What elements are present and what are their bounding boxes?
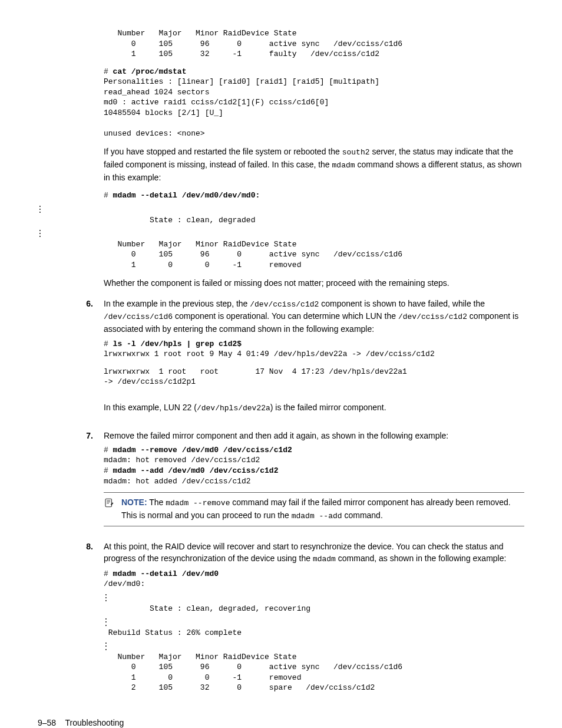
code-state-degraded: State : clean, degraded: [104, 215, 524, 226]
step-8-text: At this point, the RAID device will reco…: [104, 541, 524, 565]
note-icon: [104, 498, 114, 508]
vdots: . . .: [104, 616, 524, 625]
step-number-6: 6.: [38, 298, 104, 421]
step-7-text: Remove the failed mirror component and t…: [104, 430, 524, 442]
step-number-8: 8.: [38, 541, 104, 693]
code-mdadm-detail-1: # mdadm --detail /dev/md0/dev/md0:: [104, 190, 524, 201]
code-raid-table-2: Number Major Minor RaidDevice State 0 10…: [104, 239, 524, 271]
page-number: 9–58: [38, 718, 56, 727]
code-mdadm-add: # mdadm --add /dev/md0 /dev/cciss/c1d2: [104, 466, 524, 476]
code-cat-mdstat: # cat /proc/mdstat: [104, 67, 524, 77]
code-ls-out2: lrwxrwxrwx 1 root root 17 Nov 4 17:23 /d…: [104, 367, 524, 387]
vdots: . . .: [104, 640, 524, 650]
code-mdadm-remove: # mdadm --remove /dev/md0 /dev/cciss/c1d…: [104, 445, 524, 456]
vdots: . . .: [38, 203, 524, 213]
note-text: NOTE: The mdadm --remove command may fai…: [121, 496, 524, 522]
code-raid-table-3: Number Major Minor RaidDevice State 0 10…: [104, 652, 524, 693]
step-6-text: In the example in the previous step, the…: [104, 298, 524, 335]
paragraph-proceed: Whether the component is failed or missi…: [104, 277, 524, 289]
step-number-7: 7.: [38, 430, 104, 532]
page-footer: 9–58 Troubleshooting: [38, 717, 524, 728]
code-dev-md0: /dev/md0:: [104, 579, 524, 589]
code-rebuild-status: Rebuild Status : 26% complete: [104, 628, 524, 638]
note-box: NOTE: The mdadm --remove command may fai…: [104, 492, 524, 526]
svg-rect-0: [105, 499, 112, 507]
code-ls-grep: # ls -l /dev/hpls | grep c1d2$: [104, 339, 524, 350]
step-6-conclusion: In this example, LUN 22 (/dev/hpls/dev22…: [104, 401, 524, 414]
code-mdadm-remove-out: mdadm: hot removed /dev/cciss/c1d2: [104, 455, 524, 466]
code-raid-table-1: Number Major Minor RaidDevice State 0 10…: [104, 28, 524, 60]
vdots: . . .: [104, 592, 524, 601]
vdots: . . .: [38, 228, 524, 237]
code-mdadm-detail-2: # mdadm --detail /dev/md0: [104, 569, 524, 579]
code-ls-out1: lrwxrwxrwx 1 root root 9 May 4 01:49 /de…: [104, 349, 524, 360]
paragraph-restart-note: If you have stopped and restarted the fi…: [104, 146, 524, 183]
code-state-recovering: State : clean, degraded, recovering: [104, 604, 524, 614]
section-title: Troubleshooting: [65, 718, 124, 727]
code-mdadm-add-out: mdadm: hot added /dev/cciss/c1d2: [104, 476, 524, 487]
code-cat-mdstat-out: Personalities : [linear] [raid0] [raid1]…: [104, 77, 524, 139]
